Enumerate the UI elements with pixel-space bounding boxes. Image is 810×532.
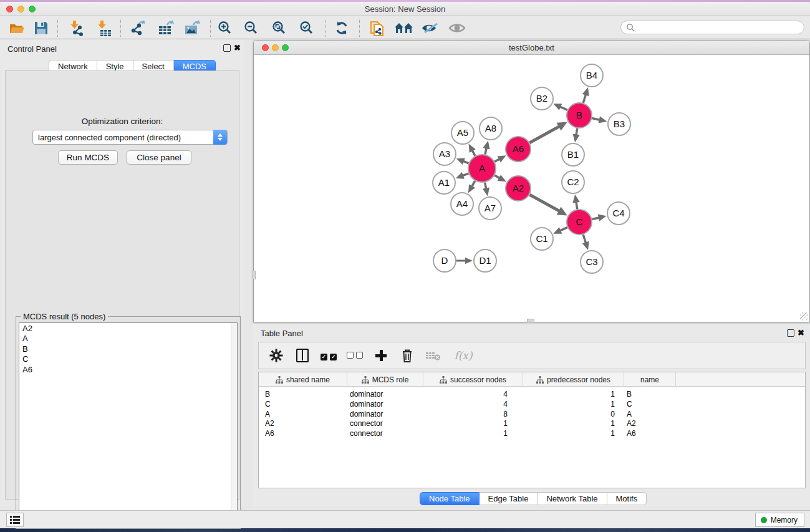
table-cell[interactable]: dominator	[350, 410, 383, 418]
hide-selected-button[interactable]	[420, 18, 441, 37]
table-cell[interactable]: 1	[610, 419, 615, 428]
list-item[interactable]: B	[19, 344, 237, 354]
column-header[interactable]: successor nodes	[423, 372, 523, 387]
graph-edge[interactable]	[472, 150, 475, 156]
show-all-button[interactable]	[446, 18, 468, 37]
graph-edge[interactable]	[494, 175, 499, 178]
tab-node-table[interactable]: Node Table	[420, 492, 480, 505]
table-cell[interactable]: 1	[503, 419, 508, 428]
tab-network-table[interactable]: Network Table	[538, 492, 607, 505]
copy-network-button[interactable]	[367, 18, 388, 37]
graph-edge[interactable]	[529, 195, 559, 211]
memory-button[interactable]: Memory	[755, 513, 804, 527]
tab-motifs[interactable]: Motifs	[607, 492, 647, 505]
table-cell[interactable]: dominator	[350, 400, 383, 409]
table-row[interactable]: A2connector11A2	[259, 419, 805, 429]
column-header[interactable]: predecessor nodes	[523, 372, 624, 387]
table-cell[interactable]: connector	[350, 429, 383, 438]
export-network-button[interactable]	[128, 18, 150, 37]
table-cell[interactable]: A	[627, 410, 632, 418]
delete-table-button[interactable]	[425, 347, 442, 364]
table-cell[interactable]: connector	[350, 419, 383, 428]
deselect-all-button[interactable]	[346, 347, 364, 364]
graph-edge[interactable]	[576, 202, 577, 210]
function-builder-button[interactable]: f(x)	[451, 347, 476, 364]
open-session-button[interactable]	[7, 18, 28, 37]
zoom-selected-button[interactable]	[296, 18, 317, 37]
table-cell[interactable]: A2	[265, 419, 274, 428]
save-session-button[interactable]	[31, 18, 52, 37]
export-table-button[interactable]	[156, 18, 177, 37]
close-panel-icon[interactable]: ✖	[234, 43, 241, 52]
close-panel-icon[interactable]: ✖	[798, 328, 804, 337]
graph-edge[interactable]	[576, 128, 577, 135]
import-network-button[interactable]	[65, 18, 87, 37]
delete-column-button[interactable]	[398, 347, 416, 364]
graph-edge[interactable]	[560, 107, 567, 110]
table-cell[interactable]: dominator	[350, 390, 383, 399]
resize-grip-icon[interactable]	[800, 312, 808, 321]
list-item[interactable]: C	[19, 354, 237, 365]
zoom-out-button[interactable]	[241, 18, 262, 37]
graph-edge[interactable]	[529, 127, 559, 143]
create-column-button[interactable]	[372, 347, 390, 364]
table-cell[interactable]: 4	[503, 400, 508, 409]
table-cell[interactable]: 1	[610, 429, 615, 438]
network-graph[interactable]: B4B2BB3A5A8A6A3B1AA1C2A2A4A7CC4C1C3DD1	[254, 55, 810, 322]
column-header[interactable]: shared name	[259, 372, 347, 387]
graph-edge[interactable]	[592, 118, 600, 120]
select-all-button[interactable]: ✓ ✓	[320, 347, 337, 364]
table-row[interactable]: A6connector11A6	[259, 429, 805, 439]
table-row[interactable]: Adominator80A	[259, 410, 805, 420]
table-cell[interactable]: 8	[503, 410, 508, 418]
table-cell[interactable]: A	[265, 410, 270, 418]
tab-edge-table[interactable]: Edge Table	[480, 492, 538, 505]
log-console-button[interactable]	[6, 513, 24, 527]
table-row[interactable]: Cdominator41C	[259, 400, 805, 410]
zoom-in-button[interactable]	[215, 18, 236, 37]
zoom-fit-button[interactable]	[269, 18, 290, 37]
table-cell[interactable]: 1	[610, 400, 615, 409]
graph-edge[interactable]	[592, 218, 599, 220]
float-panel-icon[interactable]	[787, 329, 794, 337]
graph-edge[interactable]	[583, 235, 586, 243]
splitter-handle[interactable]	[527, 319, 534, 322]
graph-edge[interactable]	[463, 161, 469, 163]
column-header[interactable]: name	[624, 372, 676, 387]
graph-edge[interactable]	[463, 173, 469, 176]
table-row[interactable]: Bdominator41B	[259, 390, 805, 400]
list-item[interactable]: A	[19, 334, 237, 344]
table-cell[interactable]: 1	[610, 390, 615, 399]
graph-edge[interactable]	[560, 228, 567, 231]
splitter-handle[interactable]	[253, 271, 256, 279]
table-cell[interactable]: B	[265, 390, 270, 399]
table-cell[interactable]: 4	[503, 390, 508, 399]
table-cell[interactable]: 1	[503, 429, 508, 438]
column-header[interactable]: MCDS role	[347, 372, 423, 387]
table-cell[interactable]: A6	[627, 429, 636, 438]
graph-edge[interactable]	[472, 181, 475, 186]
table-cell[interactable]: B	[627, 390, 632, 399]
list-item[interactable]: A2	[19, 323, 237, 334]
scrollbar-track[interactable]	[231, 323, 237, 525]
table-cell[interactable]: C	[265, 400, 271, 409]
first-neighbors-button[interactable]	[393, 18, 415, 37]
import-table-button[interactable]	[93, 18, 114, 37]
graph-edge[interactable]	[485, 148, 486, 154]
graph-edge[interactable]	[494, 159, 499, 162]
export-image-button[interactable]	[182, 18, 203, 37]
float-panel-icon[interactable]	[223, 44, 231, 52]
table-cell[interactable]: A6	[265, 429, 274, 438]
list-item[interactable]: A6	[19, 364, 237, 375]
table-cell[interactable]: 0	[610, 410, 615, 418]
table-settings-button[interactable]	[268, 347, 285, 364]
optimization-criterion-select[interactable]: largest connected component (directed)	[32, 130, 228, 145]
run-mcds-button[interactable]: Run MCDS	[58, 150, 118, 165]
graph-edge[interactable]	[583, 94, 586, 102]
table-cell[interactable]: C	[627, 400, 632, 409]
close-panel-button[interactable]: Close panel	[127, 150, 191, 165]
show-column-panel-button[interactable]	[294, 347, 311, 364]
table-cell[interactable]: A2	[627, 419, 636, 428]
search-input[interactable]	[635, 23, 804, 32]
refresh-button[interactable]	[331, 18, 352, 37]
